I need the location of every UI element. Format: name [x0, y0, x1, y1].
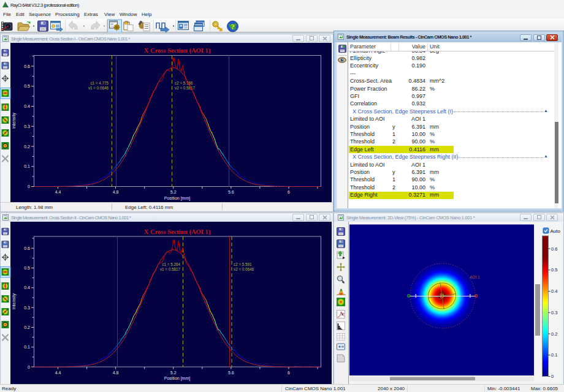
- svg-text:0: 0: [551, 374, 554, 379]
- svg-text:0.6: 0.6: [24, 246, 30, 251]
- svg-text:v2 = 0.5817: v2 = 0.5817: [175, 86, 196, 90]
- svg-text:0.2: 0.2: [24, 145, 30, 149]
- svg-text:0: 0: [28, 365, 30, 369]
- svg-text:v1 = 0.5817: v1 = 0.5817: [160, 267, 181, 271]
- svg-text:4.4: 4.4: [55, 190, 61, 194]
- svg-text:5.6: 5.6: [228, 371, 234, 375]
- svg-text:P: P: [341, 312, 345, 317]
- svg-text:0.4: 0.4: [551, 288, 557, 294]
- svg-text:v2 = 0.0646: v2 = 0.0646: [234, 267, 254, 271]
- svg-text:0.3: 0.3: [551, 310, 557, 315]
- svg-text:v1 = 0.0646: v1 = 0.0646: [88, 86, 109, 90]
- svg-text:5.2: 5.2: [170, 190, 177, 194]
- svg-text:0.2: 0.2: [24, 325, 30, 330]
- svg-text:0.6: 0.6: [24, 64, 30, 69]
- svg-text:0.5: 0.5: [24, 84, 30, 88]
- svg-text:X Cross Section (AOI 1): X Cross Section (AOI 1): [144, 228, 211, 236]
- svg-text:Intensity: Intensity: [12, 293, 17, 309]
- svg-text:c1 = 5.264: c1 = 5.264: [162, 262, 180, 266]
- svg-text:6: 6: [288, 371, 290, 375]
- svg-text:c2 = 5.186: c2 = 5.186: [175, 81, 193, 85]
- svg-text:0.5: 0.5: [24, 266, 30, 270]
- svg-text:5.2: 5.2: [170, 371, 177, 375]
- svg-text:4.4: 4.4: [55, 371, 61, 375]
- svg-text:c1 = 4.775: c1 = 4.775: [90, 81, 109, 85]
- svg-text:0.1: 0.1: [24, 345, 30, 349]
- svg-text:Auto: Auto: [551, 228, 561, 234]
- svg-text:X Cross Section (AOI 1): X Cross Section (AOI 1): [144, 47, 211, 55]
- svg-text:4.8: 4.8: [113, 190, 119, 194]
- svg-text:0.1: 0.1: [551, 352, 557, 358]
- svg-text:0: 0: [28, 184, 30, 189]
- svg-text:c2 = 5.591: c2 = 5.591: [234, 262, 252, 266]
- svg-text:0.3: 0.3: [24, 306, 30, 310]
- svg-text:0.4: 0.4: [24, 285, 30, 290]
- svg-text:0.2: 0.2: [551, 331, 557, 337]
- svg-text:0.6: 0.6: [551, 246, 557, 252]
- svg-text:Position [mm]: Position [mm]: [164, 376, 190, 381]
- svg-text:0.4: 0.4: [24, 104, 30, 108]
- svg-text:5.6: 5.6: [228, 190, 234, 194]
- svg-text:Intensity: Intensity: [12, 112, 17, 129]
- svg-text:4.8: 4.8: [113, 371, 119, 375]
- svg-text:AOI 1: AOI 1: [470, 275, 480, 279]
- svg-text:6: 6: [288, 190, 290, 194]
- svg-text:0.1: 0.1: [24, 164, 30, 168]
- svg-text:0.3: 0.3: [24, 124, 30, 129]
- svg-text:Position [mm]: Position [mm]: [164, 196, 190, 201]
- svg-text:0.5: 0.5: [551, 267, 557, 273]
